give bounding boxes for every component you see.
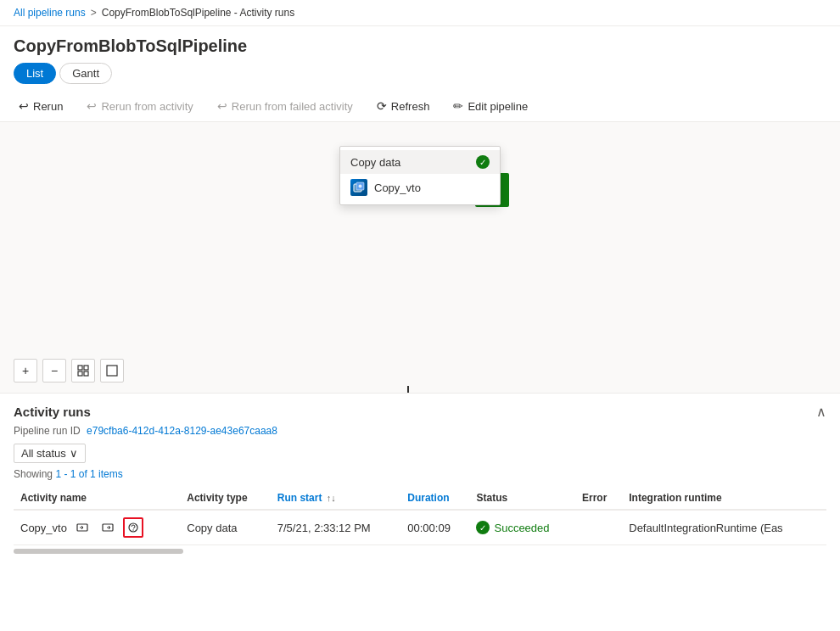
col-status: Status xyxy=(469,487,574,510)
activity-runs-section: Activity runs ∧ Pipeline run ID e79cfba6… xyxy=(0,394,840,554)
rerun-icon: ↩ xyxy=(19,99,29,113)
tabs-row: List Gantt xyxy=(0,63,840,91)
table-header-row: Activity name Activity type Run start ↑↓… xyxy=(14,487,826,510)
refresh-button[interactable]: ⟳ Refresh xyxy=(372,96,435,116)
pipeline-run-id-label: Pipeline run ID xyxy=(14,425,81,437)
section-title: Activity runs xyxy=(14,405,91,419)
fullscreen-icon xyxy=(106,365,118,377)
canvas-divider xyxy=(407,386,409,393)
table-scrollbar[interactable] xyxy=(14,549,183,554)
page-title: CopyFromBlobToSqlPipeline xyxy=(0,26,840,63)
row-action-details-button[interactable] xyxy=(123,517,143,538)
canvas-area: Copy data ✓ Copy_vto + − xyxy=(0,122,840,394)
col-activity-name: Activity name xyxy=(14,487,180,510)
duration-cell: 00:00:09 xyxy=(400,510,469,545)
error-cell xyxy=(575,510,622,545)
dropdown-header: Copy data ✓ xyxy=(340,150,500,174)
rerun-from-failed-button[interactable]: ↩ Rerun from failed activity xyxy=(212,96,358,116)
run-start-cell: 7/5/21, 2:33:12 PM xyxy=(271,510,400,545)
breadcrumb-separator: > xyxy=(91,7,97,19)
status-filter-row: All status ∨ xyxy=(14,444,826,468)
breadcrumb-current: CopyFromBlobToSqlPipeline - Activity run… xyxy=(102,7,294,19)
fit-view-icon xyxy=(77,365,89,377)
pipeline-run-id-value: e79cfba6-412d-412a-8129-ae43e67caaa8 xyxy=(87,425,277,437)
status-check-icon: ✓ xyxy=(476,521,490,534)
rerun-from-activity-icon: ↩ xyxy=(87,99,97,113)
output-icon xyxy=(102,522,114,533)
dropdown-title: Copy data xyxy=(350,156,400,169)
rerun-button[interactable]: ↩ Rerun xyxy=(14,96,68,116)
details-icon xyxy=(127,522,139,533)
breadcrumb-all-runs[interactable]: All pipeline runs xyxy=(14,7,86,19)
toolbar: ↩ Rerun ↩ Rerun from activity ↩ Rerun fr… xyxy=(0,91,840,122)
input-icon xyxy=(76,522,88,533)
rerun-from-failed-icon: ↩ xyxy=(217,99,227,113)
tab-list[interactable]: List xyxy=(14,63,56,84)
pipeline-run-id-row: Pipeline run ID e79cfba6-412d-412a-8129-… xyxy=(14,425,826,437)
count-row: Showing 1 - 1 of 1 items xyxy=(14,468,826,480)
activity-table: Activity name Activity type Run start ↑↓… xyxy=(14,487,826,545)
rerun-from-activity-button[interactable]: ↩ Rerun from activity xyxy=(81,96,198,116)
copy-data-icon xyxy=(350,179,367,196)
col-error: Error xyxy=(575,487,622,510)
activity-name-cell: Copy_vto xyxy=(14,510,180,545)
svg-point-2 xyxy=(359,185,362,188)
col-run-start[interactable]: Run start ↑↓ xyxy=(271,487,400,510)
chevron-down-icon: ∨ xyxy=(70,447,78,460)
status-filter-dropdown[interactable]: All status ∨ xyxy=(14,444,86,463)
row-action-input-button[interactable] xyxy=(72,517,92,538)
dropdown-item-copy-vto[interactable]: Copy_vto xyxy=(340,174,500,201)
svg-rect-5 xyxy=(78,371,82,376)
col-activity-type: Activity type xyxy=(180,487,271,510)
breadcrumb: All pipeline runs > CopyFromBlobToSqlPip… xyxy=(0,0,840,26)
activity-name-value: Copy_vto xyxy=(20,522,67,534)
zoom-in-button[interactable]: + xyxy=(14,359,37,383)
count-highlight: 1 - 1 of 1 items xyxy=(55,468,122,480)
collapse-button[interactable]: ∧ xyxy=(816,404,826,420)
tab-gantt[interactable]: Gantt xyxy=(59,63,112,84)
integration-runtime-cell: DefaultIntegrationRuntime (Eas xyxy=(622,510,826,545)
canvas-controls: + − xyxy=(14,359,124,383)
refresh-icon: ⟳ xyxy=(377,99,387,113)
status-succeeded: ✓ Succeeded xyxy=(476,521,549,534)
activity-type-cell: Copy data xyxy=(180,510,271,545)
svg-rect-7 xyxy=(107,366,117,376)
col-integration-runtime: Integration runtime xyxy=(622,487,826,510)
fit-view-button[interactable] xyxy=(71,359,95,383)
status-cell: ✓ Succeeded xyxy=(469,510,574,545)
dropdown-item-label: Copy_vto xyxy=(374,181,421,194)
edit-pipeline-button[interactable]: ✏ Edit pipeline xyxy=(448,96,533,116)
status-filter-label: All status xyxy=(21,447,66,460)
edit-icon: ✏ xyxy=(453,99,463,113)
section-header: Activity runs ∧ xyxy=(14,404,826,420)
table-row: Copy_vto xyxy=(14,510,826,545)
svg-rect-3 xyxy=(78,366,82,370)
sort-icon: ↑↓ xyxy=(327,493,336,503)
row-action-output-button[interactable] xyxy=(98,517,118,538)
dropdown-success-icon: ✓ xyxy=(476,155,490,169)
svg-rect-4 xyxy=(84,366,88,370)
activity-dropdown: Copy data ✓ Copy_vto xyxy=(339,146,501,205)
svg-rect-6 xyxy=(84,371,88,376)
zoom-out-button[interactable]: − xyxy=(42,359,66,383)
fullscreen-button[interactable] xyxy=(100,359,124,383)
svg-point-11 xyxy=(132,529,133,530)
col-duration: Duration xyxy=(400,487,469,510)
